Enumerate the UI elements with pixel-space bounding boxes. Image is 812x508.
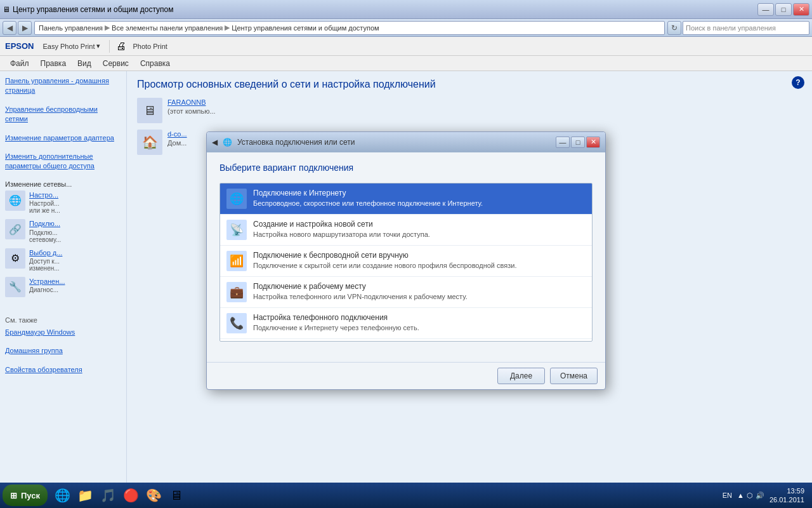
tray-volume[interactable]: 🔊 [756, 491, 764, 500]
taskbar-network-icon[interactable]: 🖥 [166, 485, 187, 506]
sidebar-adapter-link[interactable]: Изменение параметров адаптера [5, 133, 121, 143]
option-desc-3: Подключение к скрытой сети или создание … [253, 261, 516, 270]
option-internet[interactable]: 🌐 Подключение к Интернету Беспроводное, … [220, 184, 592, 215]
sidebar-home-link[interactable]: Панель управления - домашняя страница [5, 76, 121, 96]
option-icon-3: 📶 [226, 251, 247, 271]
network-note: (этот компью... [167, 107, 216, 115]
menu-file[interactable]: Файл [5, 57, 34, 70]
see-also-homegroup[interactable]: Домашняя группа [5, 346, 121, 356]
easy-photo-print-btn[interactable]: Easy Photo Print ▾ [41, 41, 103, 51]
sep1: ▶ [105, 23, 110, 32]
refresh-button[interactable]: ↻ [667, 21, 681, 35]
epson-logo: EPSON [5, 41, 34, 51]
see-also-firewall[interactable]: Брандмауэр Windows [5, 328, 121, 337]
dialog-setup-connection: ◀ 🌐 Установка подключения или сети — □ ✕… [206, 131, 606, 390]
breadcrumb-3: Центр управления сетями и общим доступом [232, 24, 379, 32]
sub-link-1[interactable]: Настро... [29, 190, 121, 200]
photo-print-btn[interactable]: Photo Print [130, 41, 169, 51]
sidebar-sub-item-1[interactable]: 🌐 Настро... Настрой...или же н... [5, 190, 121, 214]
taskbar-paint-icon[interactable]: 🎨 [143, 485, 164, 506]
cancel-button[interactable]: Отмена [550, 368, 598, 384]
dialog-title-buttons: — □ ✕ [556, 137, 600, 148]
see-also-title: См. также [5, 316, 121, 324]
breadcrumb-1: Панель управления [39, 24, 103, 32]
see-also-browser[interactable]: Свойства обозревателя [5, 365, 121, 375]
see-also-section: См. также Брандмауэр Windows Домашняя гр… [5, 316, 121, 375]
breadcrumb-2: Все элементы панели управления [112, 24, 223, 32]
sub-desc-4: Диагнос... [29, 286, 121, 293]
option-dialup[interactable]: 📞 Настройка телефонного подключения Подк… [220, 308, 592, 339]
network-icon-2: 🏠 [137, 130, 162, 155]
title-bar: 🖥 Центр управления сетями и общим доступ… [0, 0, 812, 19]
start-label: Пуск [21, 491, 40, 500]
next-button[interactable]: Далее [497, 368, 545, 384]
clock-time: 13:59 [769, 486, 804, 495]
network-name-1[interactable]: FARAONNB [167, 98, 216, 107]
taskbar-opera-icon[interactable]: 🔴 [120, 485, 141, 506]
sep2: ▶ [225, 23, 230, 32]
help-icon[interactable]: ? [792, 76, 804, 89]
dialog-close-btn[interactable]: ✕ [586, 137, 600, 148]
clock-date: 26.01.2011 [769, 495, 804, 504]
dialog-icon: 🌐 [223, 138, 232, 147]
sidebar-sub-item-2[interactable]: 🔗 Подклю... Подклю...сетевому... [5, 219, 121, 243]
option-wireless-manual[interactable]: 📶 Подключение к беспроводной сети вручну… [220, 246, 592, 277]
menu-help[interactable]: Справка [135, 57, 175, 70]
minimize-button[interactable]: — [757, 3, 774, 16]
sidebar-sharing-link[interactable]: Изменить дополнительные параметры общего… [5, 152, 121, 171]
search-box[interactable]: Поиск в панели управления [683, 21, 809, 35]
change-network-title: Изменение сетевы... [5, 180, 121, 188]
menu-view[interactable]: Вид [72, 57, 96, 70]
taskbar-folder-icon[interactable]: 📁 [74, 485, 96, 506]
address-right: ↻ Поиск в панели управления [667, 21, 809, 35]
option-title-4: Подключение к рабочему месту [253, 282, 468, 291]
sub-icon-3: ⚙ [5, 248, 25, 269]
taskbar-ie-icon[interactable]: 🌐 [51, 485, 73, 506]
network-name-2[interactable]: d-co... [167, 130, 187, 139]
sidebar-wireless-link[interactable]: Управление беспроводными сетями [5, 105, 121, 124]
option-icon-5: 📞 [226, 313, 247, 333]
maximize-button[interactable]: □ [775, 3, 792, 16]
tray-arrow[interactable]: ▲ [737, 491, 744, 499]
window-title: Центр управления сетями и общим доступом [13, 5, 174, 14]
back-button[interactable]: ◀ [3, 21, 16, 35]
sub-desc-1: Настрой...или же н... [29, 200, 121, 214]
sidebar-sub-item-3[interactable]: ⚙ Выбор д... Доступ к...изменен... [5, 248, 121, 272]
option-new-network[interactable]: 📡 Создание и настройка новой сети Настро… [220, 215, 592, 246]
title-bar-left: 🖥 Центр управления сетями и общим доступ… [3, 5, 174, 14]
dialog-maximize-btn[interactable]: □ [571, 137, 585, 148]
windows-logo: ⊞ [10, 491, 17, 500]
page-title: Просмотр основных сведений о сети и наст… [137, 79, 802, 90]
dialog-title: Установка подключения или сети [237, 138, 355, 147]
sub-link-2[interactable]: Подклю... [29, 219, 121, 229]
clock: 13:59 26.01.2011 [769, 486, 804, 505]
taskbar-media-icon[interactable]: 🎵 [97, 485, 119, 506]
option-desc-1: Беспроводное, скоростное или телефонное … [253, 199, 483, 208]
forward-button[interactable]: ▶ [18, 21, 32, 35]
dialog-footer: Далее Отмена [207, 362, 605, 389]
dialog-minimize-btn[interactable]: — [556, 137, 570, 148]
nav-buttons: ◀ ▶ [3, 21, 32, 35]
sub-link-4[interactable]: Устранен... [29, 277, 121, 286]
sidebar-change-network-section: Изменение сетевы... 🌐 Настро... Настрой.… [5, 180, 121, 302]
close-button[interactable]: ✕ [793, 3, 809, 16]
sub-desc-2: Подклю...сетевому... [29, 229, 121, 243]
options-list[interactable]: 🌐 Подключение к Интернету Беспроводное, … [219, 183, 593, 342]
network-icon-1: 🖥 [137, 98, 162, 123]
sub-link-3[interactable]: Выбор д... [29, 248, 121, 258]
taskbar-right: EN ▲ ⬡ 🔊 13:59 26.01.2011 [723, 486, 809, 505]
app-toolbar: EPSON Easy Photo Print ▾ 🖨 Photo Print [0, 37, 812, 56]
menu-edit[interactable]: Правка [36, 57, 72, 70]
toolbar-separator [109, 40, 110, 53]
window-icon: 🖥 [3, 5, 10, 14]
start-button[interactable]: ⊞ Пуск [3, 485, 48, 506]
menu-service[interactable]: Сервис [98, 57, 134, 70]
sub-desc-3: Доступ к...изменен... [29, 258, 121, 272]
dialog-back-btn[interactable]: ◀ [212, 138, 218, 147]
tray-network[interactable]: ⬡ [747, 491, 753, 500]
lang-indicator: EN [723, 491, 732, 499]
option-desc-2: Настройка нового маршрутизатора или точк… [253, 230, 430, 239]
sidebar-sub-item-4[interactable]: 🔧 Устранен... Диагнос... [5, 277, 121, 297]
option-workplace[interactable]: 💼 Подключение к рабочему месту Настройка… [220, 277, 592, 308]
address-path[interactable]: Панель управления ▶ Все элементы панели … [34, 21, 665, 35]
